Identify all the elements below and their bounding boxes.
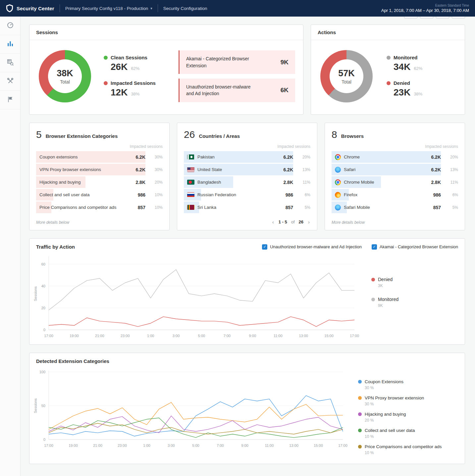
monitored-dot-icon <box>387 56 391 60</box>
grid-magnifier-icon <box>7 59 14 67</box>
row-pct: 10% <box>145 205 163 210</box>
svg-text:5:00: 5:00 <box>192 444 199 447</box>
row-label: Safari Mobile <box>344 205 370 210</box>
svg-text:60: 60 <box>41 262 45 266</box>
row-value: 986 <box>274 192 293 198</box>
row-pct: 30% <box>145 167 163 172</box>
list-item[interactable]: VPN Proxy browser extensions 6.2K 30% <box>36 163 163 176</box>
callout-unauthorized-malware: Unauthorized browser-malware and Ad Inje… <box>179 79 295 102</box>
nav-security-configuration[interactable]: Security Configuration <box>163 6 207 11</box>
row-value: 2.8K <box>274 180 293 185</box>
flag-united-states-icon <box>187 167 194 172</box>
denied-label: Denied <box>394 80 410 86</box>
sidebar-item-flags[interactable] <box>0 91 20 109</box>
config-selector[interactable]: Primary Security Config v118 - Productio… <box>65 6 152 11</box>
checkbox-label: Unauthorized browser-malware and Ad Inje… <box>270 244 362 249</box>
row-value: 986 <box>126 192 145 198</box>
legend-sub: 20 % <box>365 418 461 423</box>
impacted-sessions-value: 12K <box>111 87 128 98</box>
list-item[interactable]: Collect and sell user data 986 10% <box>36 189 163 201</box>
svg-text:5:00: 5:00 <box>198 334 205 338</box>
safari-icon <box>335 167 341 173</box>
date-range-value: Apr 1, 2018, 7:00 AM – Apr 30, 2018, 7:0… <box>381 8 469 13</box>
svg-text:19:00: 19:00 <box>70 334 79 338</box>
checkbox-unauthorized-malware[interactable]: ✓ Unauthorized browser-malware and Ad In… <box>262 244 362 250</box>
hijacking-dot-icon <box>358 412 362 416</box>
row-pct: 20% <box>293 155 310 159</box>
svg-text:17:00: 17:00 <box>338 444 347 447</box>
legend-sub: 9K <box>378 303 461 308</box>
row-pct: 6% <box>441 193 458 197</box>
legend-label: Coupon Extensions <box>365 379 403 384</box>
pagination-next-icon[interactable]: › <box>307 219 310 225</box>
app-title: Security Center <box>17 6 54 11</box>
pagination-total: 26 <box>299 219 303 224</box>
legend-coupon-extensions: Coupon Extensions 30 % <box>358 379 461 390</box>
list-item[interactable]: Chrome Mobile 2.8K 11% <box>332 176 458 188</box>
actions-total-value: 57K <box>338 68 355 79</box>
row-label: VPN Proxy browser extensions <box>39 167 101 172</box>
impacted-sessions-label: Impacted Sessions <box>111 80 156 86</box>
svg-text:15:00: 15:00 <box>324 334 334 338</box>
svg-text:11:00: 11:00 <box>274 334 283 338</box>
checkbox-akamai-categorized[interactable]: ✓ Akamai - Categorized Browser Extension <box>372 244 458 250</box>
legend-collect-sell: Collect and sell user data 10 % <box>358 428 461 439</box>
impacted-sessions-column-header: Impacted sessions <box>325 140 465 151</box>
sidebar-item-analytics[interactable] <box>0 35 20 54</box>
countries-pagination: ‹ 1 - 5 of 26 › <box>177 214 317 230</box>
pagination-prev-icon[interactable]: ‹ <box>272 219 275 225</box>
row-value: 857 <box>274 205 293 210</box>
row-label: Price Comparisons and competitor ads <box>39 205 117 210</box>
safari-mobile-icon <box>335 205 341 210</box>
date-range-area[interactable]: Eastern Standard Time Apr 1, 2018, 7:00 … <box>381 4 469 13</box>
legend-price-comparisons: Price Comparisons and competitor ads 10 … <box>358 444 461 455</box>
monitored-pct: 62% <box>414 66 422 71</box>
list-item[interactable]: Price Comparisons and competitor ads 857… <box>36 201 163 213</box>
svg-text:7:00: 7:00 <box>224 334 231 338</box>
row-pct: 20% <box>145 180 163 185</box>
row-pct: 10% <box>145 193 163 197</box>
svg-text:17:00: 17:00 <box>350 334 359 338</box>
svg-text:13:00: 13:00 <box>299 334 308 338</box>
row-pct: 5% <box>441 205 458 210</box>
list-item[interactable]: Chrome 6.2K 20% <box>332 151 458 163</box>
list-item[interactable]: Firefox 986 6% <box>332 189 458 201</box>
legend-label: Price Comparisons and competitor ads <box>365 444 442 449</box>
clean-sessions-legend: Clean Sessions 26K 62% <box>104 55 174 72</box>
list-item[interactable]: Safari Mobile 857 5% <box>332 201 458 213</box>
svg-text:21:00: 21:00 <box>93 444 102 447</box>
list-item[interactable]: Sri Lanka 857 5% <box>184 201 310 213</box>
sidebar-item-tools[interactable] <box>0 72 20 91</box>
row-pct: 13% <box>293 167 310 172</box>
tools-icon <box>7 77 14 86</box>
legend-sub: 30 % <box>365 402 461 406</box>
traffic-chart-legend: Denied 3K Monitored 9K <box>362 253 461 341</box>
row-label: Safari <box>344 167 355 172</box>
browsers-list: Chrome 6.2K 20% Safari 6.2K 13% Chrome M… <box>325 151 465 214</box>
sessions-total-value: 38K <box>57 68 73 79</box>
list-item[interactable]: Bangladesh 2.8K 11% <box>184 176 310 188</box>
row-value: 6.2K <box>422 154 441 160</box>
sidebar-item-inspect[interactable] <box>0 54 20 72</box>
list-item[interactable]: Russian Federation 986 6% <box>184 189 310 201</box>
row-label: Russian Federation <box>197 192 236 197</box>
list-item[interactable]: United State 6.2K 13% <box>184 163 310 176</box>
left-sidebar <box>0 17 21 476</box>
sidebar-item-dashboard[interactable] <box>0 17 20 35</box>
svg-text:19:00: 19:00 <box>69 444 78 447</box>
firefox-icon <box>335 192 341 198</box>
list-item[interactable]: Coupon extensions 6.2K 30% <box>36 151 163 163</box>
actions-card: Actions 57K Total Monitored <box>311 25 465 115</box>
svg-text:1:00: 1:00 <box>147 334 154 338</box>
countries-card: 26 Countries / Areas Impacted sessions P… <box>177 123 317 230</box>
checked-checkbox-icon: ✓ <box>262 244 267 250</box>
list-item[interactable]: Hijacking and buying 2.8K 20% <box>36 176 163 188</box>
browsers-card: 8 Browsers Impacted sessions Chrome 6.2K… <box>325 123 465 230</box>
list-item[interactable]: Safari 6.2K 13% <box>332 163 458 176</box>
clean-sessions-pct: 62% <box>131 66 139 71</box>
list-item[interactable]: Pakistan 6.2K 20% <box>184 151 310 163</box>
callout-label: Unauthorized browser-malware and Ad Inje… <box>186 84 252 97</box>
row-label: United State <box>197 167 222 172</box>
denied-legend: Denied 23K 38% <box>387 80 457 98</box>
browsers-title: Browsers <box>341 133 364 139</box>
